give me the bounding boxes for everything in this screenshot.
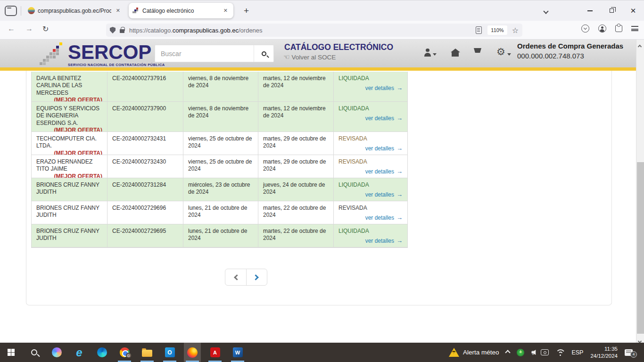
arrow-right-icon: → (396, 168, 403, 176)
back-icon[interactable]: ← (8, 25, 15, 33)
device-tray-icon[interactable] (541, 349, 549, 355)
reader-mode-icon[interactable] (476, 26, 482, 34)
tracking-shield-icon[interactable] (110, 27, 116, 33)
bookmark-star-icon[interactable]: ☆ (512, 26, 519, 35)
window-restore-button[interactable] (601, 1, 622, 20)
tray-expand-icon[interactable] (505, 350, 511, 355)
arrow-right-icon: → (396, 145, 403, 153)
orders-card: DAVILA BENITEZ CARLINA DE LAS MERCEDES(M… (26, 71, 612, 305)
order-id: CE-20240002732431 (107, 132, 183, 155)
windows-logo-icon (8, 349, 15, 356)
status-badge: REVISADA (339, 135, 403, 142)
weather-alert-widget[interactable]: Alerta méteo (449, 348, 499, 357)
ver-detalles-link[interactable]: ver detalles→ (365, 191, 403, 199)
supplier-name: BRIONES CRUZ FANNY JUDITH (36, 205, 99, 218)
scroll-down-icon[interactable] (638, 336, 642, 340)
settings-menu-button[interactable]: ⚙ (496, 47, 511, 57)
pagination-prev-button[interactable] (225, 269, 246, 285)
notification-center-button[interactable]: 4 (625, 349, 633, 356)
folder-icon (142, 350, 152, 357)
browser-tab-bar: compraspublicas.gob.ec/Proce ✕ Catálogo … (0, 0, 644, 21)
lock-icon[interactable] (120, 29, 124, 33)
issue-date: viernes, 25 de octubre de 2024 (183, 155, 258, 178)
status-badge: REVISADA (339, 205, 403, 212)
table-row: BRIONES CRUZ FANNY JUDITH CE-20240002729… (32, 224, 407, 247)
best-offer-label: (MEJOR OFERTA) (54, 97, 102, 101)
order-id: CE-20240002737900 (107, 102, 183, 132)
edge-icon (97, 347, 107, 357)
scrollbar[interactable] (636, 40, 644, 343)
reload-icon[interactable]: ↻ (42, 25, 49, 33)
taskbar-copilot-button[interactable] (48, 343, 65, 362)
taskbar-edge-button[interactable] (93, 343, 110, 362)
arrow-right-icon: → (396, 84, 403, 92)
status-badge: LIQUIDADA (339, 105, 403, 112)
search-input[interactable] (155, 45, 254, 62)
ver-detalles-link[interactable]: ver detalles→ (365, 145, 403, 153)
issue-date: viernes, 25 de octubre de 2024 (183, 132, 258, 155)
taskbar-internet-explorer-button[interactable]: e (71, 343, 88, 362)
chrome-icon: G (120, 347, 130, 357)
internet-explorer-icon: e (76, 347, 82, 358)
start-button[interactable] (3, 343, 20, 362)
user-menu-button[interactable] (424, 47, 437, 57)
taskbar-clock[interactable]: 11:35 24/12/2024 (590, 346, 618, 359)
antivirus-tray-icon[interactable] (517, 349, 524, 356)
ver-detalles-link[interactable]: ver detalles→ (365, 115, 403, 123)
taskbar-file-explorer-button[interactable] (139, 343, 156, 362)
taskbar-search-button[interactable] (25, 343, 42, 362)
window-minimize-button[interactable] (579, 1, 601, 20)
sercop-pixel-arrow-icon (40, 42, 64, 67)
menu-icon[interactable] (631, 26, 638, 31)
scroll-up-icon[interactable] (638, 41, 642, 45)
volume-tray-icon[interactable]: )) (531, 350, 534, 355)
ver-detalles-link[interactable]: ver detalles→ (365, 214, 403, 222)
tab-close-icon[interactable]: ✕ (114, 7, 122, 15)
ecuador-favicon (28, 7, 35, 14)
list-tabs-icon[interactable] (541, 4, 551, 18)
status-badge: LIQUIDADA (339, 75, 403, 82)
search-button[interactable] (254, 45, 273, 62)
ver-detalles-link[interactable]: ver detalles→ (365, 237, 403, 245)
window-close-button[interactable]: ✕ (622, 1, 644, 20)
tab-catalogo-electronico[interactable]: Catálogo electrónico ✕ (129, 3, 233, 18)
firefox-view-icon[interactable] (5, 6, 17, 16)
taskbar-word-button[interactable]: W (229, 343, 246, 362)
zoom-level-indicator[interactable]: 110% (487, 25, 507, 35)
address-bar[interactable]: https://catalogo.compraspublicas.gob.ec/… (106, 24, 522, 37)
supplier-name: ERAZO HERNANDEZ TITO JAIME (36, 158, 92, 172)
pocket-icon[interactable] (581, 25, 589, 33)
logo-wordmark: SERCOP (68, 42, 165, 62)
account-icon[interactable] (598, 25, 606, 33)
forward-icon[interactable]: → (25, 25, 33, 33)
taskbar-acrobat-button[interactable]: A (206, 343, 223, 362)
tab-close-icon[interactable]: ✕ (222, 7, 230, 15)
cart-button[interactable] (474, 48, 481, 55)
ver-detalles-link[interactable]: ver detalles→ (365, 84, 403, 92)
issue-date: miércoles, 23 de octubre de 2024 (183, 178, 258, 201)
table-row: TECHCOMPUTER CIA. LTDA.(MEJOR OFERTA) CE… (32, 132, 407, 155)
arrow-right-icon: → (396, 115, 403, 123)
extensions-icon[interactable] (615, 25, 622, 32)
tab-compraspublicas[interactable]: compraspublicas.gob.ec/Proce ✕ (24, 3, 126, 18)
hand-pointer-icon: ☜ (283, 53, 289, 61)
taskbar-firefox-button[interactable] (184, 343, 201, 362)
taskbar-outlook-button[interactable]: O (161, 343, 178, 362)
volver-al-soce-link[interactable]: ☜ Volver al SOCE (283, 53, 336, 61)
language-indicator[interactable]: ESP (571, 349, 583, 356)
order-id: CE-20240002737916 (107, 72, 183, 101)
scrollbar-thumb[interactable] (637, 162, 644, 334)
wifi-tray-icon[interactable] (556, 349, 564, 356)
screen: compraspublicas.gob.ec/Proce ✕ Catálogo … (0, 0, 644, 362)
sercop-logo[interactable]: SERCOP SERVICIO NACIONAL DE CONTRATACIÓN… (40, 42, 165, 67)
sercop-favicon (132, 7, 140, 14)
pagination-next-button[interactable] (246, 269, 267, 285)
ver-detalles-link[interactable]: ver detalles→ (365, 168, 403, 176)
notification-count-badge: 4 (630, 351, 637, 358)
home-button[interactable] (452, 47, 459, 57)
order-id: CE-20240002729696 (107, 201, 183, 224)
taskbar-chrome-button[interactable]: G (116, 343, 133, 362)
pagination (225, 269, 267, 286)
new-tab-button[interactable]: + (241, 6, 252, 16)
cart-icon (474, 48, 481, 53)
